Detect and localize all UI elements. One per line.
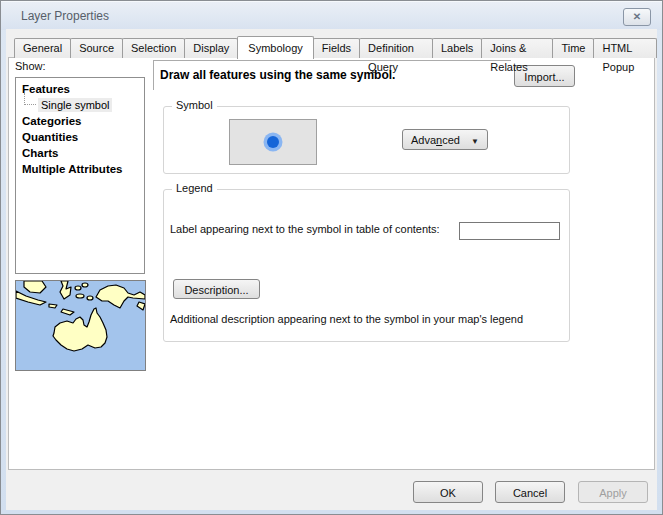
cancel-button[interactable]: Cancel [495,481,565,503]
tab-definition-query[interactable]: Definition Query [359,38,433,58]
close-icon: ✕ [633,11,641,22]
method-header-text: Draw all features using the same symbol. [154,61,511,82]
tab-html-popup[interactable]: HTML Popup [593,38,657,58]
tree-connector-icon [24,93,36,105]
close-button[interactable]: ✕ [623,8,651,26]
map-preview [15,280,146,371]
layer-properties-dialog: Layer Properties ✕ General Source Select… [0,0,663,515]
tab-source[interactable]: Source [70,38,123,58]
tab-labels[interactable]: Labels [432,38,482,58]
dialog-client-area: General Source Selection Display Symbolo… [6,29,657,510]
tab-strip: General Source Selection Display Symbolo… [14,35,657,58]
tab-display[interactable]: Display [184,38,238,58]
show-label: Show: [15,60,46,72]
tree-item-single-symbol[interactable]: Single symbol [16,97,144,113]
legend-groupbox: Legend Label appearing next to the symbo… [163,189,570,342]
advanced-dropdown-button[interactable]: Advanced ▼ [402,129,488,150]
symbology-tab-page: Show: Features Single symbol Categories … [8,57,655,470]
legend-label-text: Label appearing next to the symbol in ta… [170,223,460,235]
tab-fields[interactable]: Fields [313,38,360,58]
dialog-title: Layer Properties [21,9,109,23]
symbol-groupbox-title: Symbol [172,99,217,111]
show-tree: Features Single symbol Categories Quanti… [15,77,145,274]
tree-item-quantities[interactable]: Quantities [16,129,144,145]
symbol-preview-button[interactable] [229,119,317,165]
apply-button: Apply [578,481,648,503]
legend-groupbox-title: Legend [172,182,217,194]
tab-general[interactable]: General [14,38,71,58]
ok-button[interactable]: OK [413,481,483,503]
legend-label-input[interactable] [459,222,560,240]
tab-joins-relates[interactable]: Joins & Relates [481,38,553,58]
legend-additional-text: Additional description appearing next to… [170,313,560,325]
symbol-groupbox: Symbol Advanced ▼ [163,106,570,174]
chevron-down-icon: ▼ [471,137,479,146]
tree-item-multiple-attributes[interactable]: Multiple Attributes [16,161,144,177]
tab-selection[interactable]: Selection [122,38,185,58]
tree-item-categories[interactable]: Categories [16,113,144,129]
method-header: Draw all features using the same symbol. [153,60,511,90]
title-bar[interactable]: Layer Properties ✕ [1,1,662,30]
description-button[interactable]: Description... [173,279,260,299]
tab-time[interactable]: Time [552,38,594,58]
tree-item-label-selected: Single symbol [38,98,112,112]
tab-symbology[interactable]: Symbology [237,36,313,59]
tree-item-charts[interactable]: Charts [16,145,144,161]
point-symbol-icon [261,130,285,154]
